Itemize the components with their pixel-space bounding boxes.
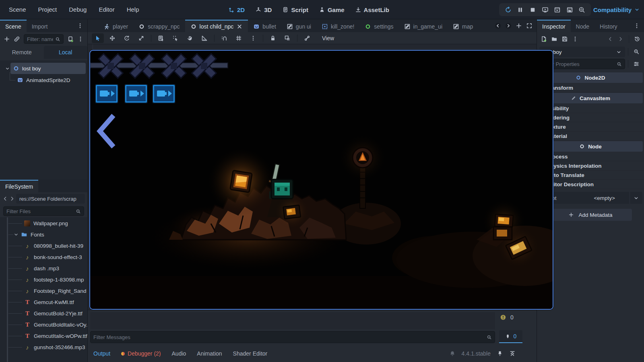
- collapse-chevron-icon[interactable]: [5, 66, 10, 71]
- tab-settings[interactable]: settings: [359, 20, 398, 32]
- file-item[interactable]: TGemcut-KwMl.ttf: [0, 296, 87, 308]
- menu-editor[interactable]: Editor: [94, 4, 119, 15]
- tree-node-animatedsprite2d[interactable]: AnimatedSprite2D: [0, 74, 87, 86]
- bottom-tab-animation[interactable]: Animation: [197, 350, 222, 357]
- group-button[interactable]: [281, 33, 293, 43]
- bottom-tab-debugger[interactable]: Debugger (2): [121, 350, 161, 357]
- message-counter[interactable]: 0: [499, 330, 522, 343]
- rotate-tool[interactable]: [121, 33, 133, 43]
- attach-script-button[interactable]: [67, 36, 74, 42]
- inspector-tools-button[interactable]: [631, 59, 642, 69]
- view-menu[interactable]: View: [319, 35, 337, 41]
- file-item[interactable]: Fonts: [0, 229, 87, 240]
- tab-filesystem[interactable]: FileSystem: [0, 180, 38, 192]
- pan-tool[interactable]: [184, 33, 196, 43]
- resource-menu-icon[interactable]: [572, 36, 578, 42]
- list-select-tool[interactable]: [155, 33, 167, 43]
- tab-import[interactable]: Import: [27, 20, 53, 32]
- tab-scene[interactable]: Scene: [0, 20, 27, 32]
- ruler-tool[interactable]: [198, 33, 211, 43]
- pause-button[interactable]: [517, 6, 524, 13]
- scale-tool[interactable]: [135, 33, 147, 43]
- lock-button[interactable]: [267, 33, 279, 43]
- pivot-tool[interactable]: [169, 33, 182, 43]
- menu-help[interactable]: Help: [122, 4, 144, 15]
- snap-options[interactable]: [247, 33, 259, 43]
- prev-tab-button[interactable]: [495, 23, 501, 29]
- workspace-assetlib[interactable]: AssetLib: [352, 5, 392, 15]
- dock-menu-icon[interactable]: [634, 23, 640, 29]
- workspace-3d[interactable]: 3D: [252, 5, 275, 15]
- add-node-button[interactable]: [4, 36, 10, 42]
- back-button[interactable]: [2, 196, 8, 202]
- play-custom-scene-button[interactable]: [566, 6, 573, 13]
- file-item[interactable]: ♪dash .mp3: [0, 263, 87, 274]
- tab-node[interactable]: Node: [571, 20, 594, 32]
- expand-viewport-button[interactable]: [526, 23, 533, 29]
- file-item[interactable]: TGemcutItalic-wOPw.ttf: [0, 330, 87, 341]
- pin-panel-icon[interactable]: [497, 350, 503, 357]
- close-icon[interactable]: [236, 23, 243, 30]
- tab-inspector[interactable]: Inspector: [537, 20, 571, 32]
- remote-button[interactable]: Remote: [0, 46, 44, 59]
- dock-menu-icon[interactable]: [77, 23, 83, 29]
- remote-debug-button[interactable]: [542, 6, 549, 13]
- tab-in-game-ui[interactable]: in_game_ui: [399, 20, 448, 32]
- file-item[interactable]: ♪gunshot-352466.mp3: [0, 341, 87, 353]
- workspace-script[interactable]: Script: [279, 5, 311, 15]
- tab-map[interactable]: map: [448, 20, 478, 32]
- load-resource-button[interactable]: [551, 36, 557, 42]
- notifications-bell-icon[interactable]: [449, 350, 456, 357]
- file-item[interactable]: ♪bonk-sound-effect-3: [0, 251, 87, 263]
- add-metadata-button[interactable]: Add Metadata: [549, 209, 632, 221]
- file-item[interactable]: Wallpaper.png: [0, 218, 87, 229]
- skeleton-button[interactable]: [301, 33, 313, 43]
- menu-scene[interactable]: Scene: [4, 4, 31, 15]
- stop-button[interactable]: [529, 6, 536, 13]
- workspace-2d[interactable]: 2D: [225, 5, 248, 15]
- scene-tree-menu-icon[interactable]: [77, 36, 84, 42]
- new-resource-button[interactable]: [541, 36, 547, 42]
- running-game-window[interactable]: [89, 50, 553, 310]
- next-tab-button[interactable]: [505, 23, 512, 29]
- file-item[interactable]: TGemcutBoldItalic-vOy...: [0, 319, 87, 330]
- file-item[interactable]: ♪Footstep_Right_Sand: [0, 285, 87, 296]
- smart-snap-toggle[interactable]: [218, 33, 230, 43]
- local-button[interactable]: Local: [44, 46, 88, 59]
- bottom-tab-audio[interactable]: Audio: [172, 350, 186, 357]
- tab-gun-ui[interactable]: gun ui: [281, 20, 316, 32]
- scene-filter-input[interactable]: [27, 36, 53, 42]
- runtime-selector[interactable]: Compatibility: [593, 0, 640, 19]
- movie-maker-button[interactable]: [578, 6, 585, 13]
- path-field[interactable]: res://Scene Folder/scrap: [16, 194, 85, 204]
- tab-player[interactable]: player: [98, 20, 133, 32]
- script-dropdown-button[interactable]: [630, 192, 642, 204]
- menu-project[interactable]: Project: [33, 4, 62, 15]
- tab-history[interactable]: History: [594, 20, 623, 32]
- move-tool[interactable]: [106, 33, 118, 43]
- chevron-down-icon[interactable]: [13, 232, 19, 237]
- instantiate-scene-button[interactable]: [14, 36, 20, 42]
- bottom-tab-shader-editor[interactable]: Shader Editor: [233, 350, 268, 357]
- file-filter-input[interactable]: [6, 208, 74, 214]
- save-resource-button[interactable]: [561, 36, 568, 42]
- tab-kill-zone[interactable]: kill_zone!: [316, 20, 359, 32]
- select-tool[interactable]: [92, 33, 104, 43]
- file-item[interactable]: ♪080998_bullet-hit-39: [0, 240, 87, 251]
- tab-bullet[interactable]: bullet: [248, 20, 281, 32]
- open-docs-button[interactable]: [631, 47, 642, 57]
- workspace-game[interactable]: Game: [316, 5, 347, 15]
- file-item[interactable]: ♪footstep-1-83098.mp: [0, 274, 87, 285]
- tab-lost-child-npc[interactable]: lost child_npc: [185, 20, 248, 32]
- restart-button[interactable]: [505, 6, 512, 13]
- grid-snap-toggle[interactable]: [233, 33, 245, 43]
- warning-counter[interactable]: 0: [500, 314, 514, 321]
- history-back-button[interactable]: [607, 36, 613, 42]
- expand-panel-icon[interactable]: [509, 350, 516, 357]
- forward-button[interactable]: [9, 196, 15, 202]
- object-history-button[interactable]: [634, 36, 640, 42]
- bottom-tab-output[interactable]: Output: [93, 350, 110, 357]
- menu-debug[interactable]: Debug: [64, 4, 91, 15]
- tab-scrappy-npc[interactable]: scrappy_npc: [133, 20, 185, 32]
- play-scene-button[interactable]: [554, 6, 561, 13]
